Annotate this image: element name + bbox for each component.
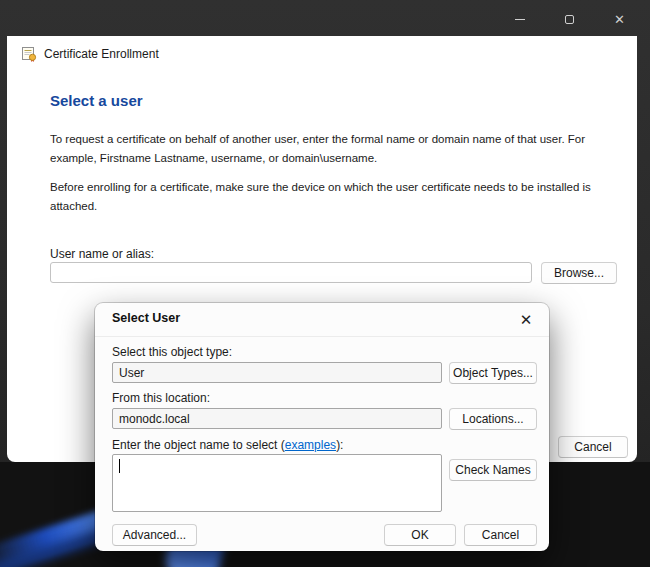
text-caret (119, 459, 120, 473)
close-icon: ✕ (520, 311, 533, 329)
browse-button[interactable]: Browse... (541, 262, 617, 284)
maximize-icon (565, 15, 574, 24)
object-type-field[interactable]: User (112, 362, 442, 383)
main-cancel-button[interactable]: Cancel (558, 436, 628, 458)
location-field[interactable]: monodc.local (112, 408, 442, 429)
minimize-button[interactable] (498, 5, 541, 33)
close-button[interactable]: ✕ (598, 5, 641, 33)
window-controls: ✕ (498, 5, 641, 33)
select-user-dialog: Select User ✕ Select this object type: U… (95, 303, 549, 551)
maximize-button[interactable] (548, 5, 591, 33)
close-icon: ✕ (614, 13, 625, 26)
dialog-close-button[interactable]: ✕ (513, 308, 539, 332)
app-title: Certificate Enrollment (44, 47, 159, 61)
dialog-title: Select User (112, 311, 180, 325)
instruction-paragraph-2: Before enrolling for a certificate, make… (50, 178, 620, 215)
username-label: User name or alias: (50, 247, 154, 261)
advanced-button[interactable]: Advanced... (112, 524, 197, 546)
window-titlebar[interactable]: ✕ (0, 0, 650, 36)
object-type-label: Select this object type: (112, 345, 232, 359)
dialog-cancel-button[interactable]: Cancel (464, 524, 537, 546)
examples-link[interactable]: examples (285, 438, 336, 452)
minimize-icon (515, 19, 525, 20)
object-name-input[interactable] (112, 454, 442, 512)
instruction-paragraph-1: To request a certificate on behalf of an… (50, 130, 620, 167)
object-name-label: Enter the object name to select (example… (112, 438, 343, 452)
location-label: From this location: (112, 391, 210, 405)
object-types-button[interactable]: Object Types... (449, 362, 537, 384)
ok-button[interactable]: OK (384, 524, 456, 546)
locations-button[interactable]: Locations... (449, 408, 537, 430)
divider (95, 336, 549, 337)
username-input[interactable] (50, 262, 532, 283)
object-name-label-suffix: ): (336, 438, 343, 452)
object-name-label-prefix: Enter the object name to select ( (112, 438, 285, 452)
app-header: Certificate Enrollment (21, 45, 159, 63)
check-names-button[interactable]: Check Names (449, 459, 537, 481)
certificate-icon (21, 46, 37, 62)
desktop: ✕ Certificate Enrollment Select a user T… (0, 0, 650, 567)
page-title: Select a user (50, 92, 143, 109)
